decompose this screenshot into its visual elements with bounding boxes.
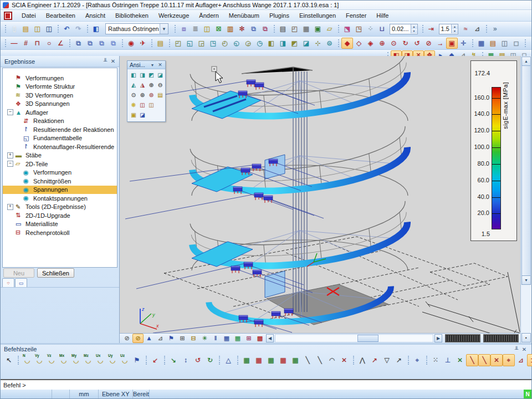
animation-bar-2[interactable] [483,334,519,342]
split-icon[interactable]: ◪ [300,38,312,49]
tree-3d-spannungen[interactable]: ❖ 3D Spannungen [3,100,117,109]
spinner-arrows[interactable]: ▲▼ [451,24,458,33]
trim-icon[interactable]: ⊜ [324,38,335,49]
menu-item[interactable]: Ansicht [80,11,110,20]
menu-item[interactable]: Einstellungen [294,11,341,20]
view-palette-header[interactable]: Ansi... ▼ ✕ [127,61,165,69]
picture-icon[interactable]: ◳ [353,23,365,34]
grid-view-icon[interactable]: ⊞ [243,334,254,343]
tree-expander[interactable]: − [7,109,13,115]
rotate-l-icon[interactable]: ↺ [192,354,204,366]
reaction-icon[interactable]: ↙ [149,354,161,366]
measure-icon[interactable]: ⊿ [155,334,166,343]
tree-2d-verformungen[interactable]: ◉ Verformungen [3,168,117,177]
table-def-icon[interactable]: ▦ [289,354,301,366]
snap-c-icon[interactable]: ✕ [490,354,503,366]
tree-knotenauflager[interactable]: ↾ Knotenauflager-Resultierende [3,142,117,151]
undo-icon[interactable]: ↶ [61,23,73,34]
rib-icon[interactable]: ◷ [254,38,265,49]
zoom-out-icon[interactable]: ⊖ [155,80,165,90]
close-button[interactable]: Schließen [37,268,74,278]
clip-active-icon[interactable]: ⊘ [132,334,144,343]
vscroll-up-icon[interactable]: ▲ [521,57,531,66]
clip-box-icon[interactable]: ▤ [155,90,165,100]
vscroll-down-icon[interactable]: ▼ [521,275,531,285]
engineering-report-icon[interactable]: ▤ [487,38,499,49]
eye-icon[interactable]: ◉ [125,38,137,49]
new-icon[interactable]: ▯ [8,23,20,34]
ortho-icon[interactable]: ⊥ [442,354,454,366]
load-case-icon[interactable]: ⊕ [376,38,388,49]
cut-icon[interactable]: ◧ [265,38,277,49]
project-settings-icon[interactable]: ⧈ [178,23,190,34]
menu-item[interactable]: Bearbeiten [41,11,80,20]
snap-mid-icon[interactable]: ⋀ [356,354,369,366]
monitor2-icon[interactable]: ⧉ [259,23,271,34]
tree-spannungen[interactable]: ◉ Spannungen [3,186,117,195]
snap-arc-icon[interactable]: ◠ [326,354,338,366]
open-icon[interactable]: ▤ [20,23,32,34]
menu-item[interactable]: Hilfe [371,11,393,20]
database-icon[interactable]: ◫ [201,23,213,34]
solver-icon[interactable]: ▣ [446,38,458,49]
monitor-icon[interactable]: ⧉ [248,23,259,34]
tree-2d-teile[interactable]: − ▱ 2D-Teile [3,160,117,168]
result-my-icon[interactable]: ◡My [70,354,82,366]
document-icon[interactable]: ▣ [312,23,324,34]
grid-snap-icon[interactable]: ⁙ [429,354,442,366]
tree-expander[interactable]: + [7,152,13,158]
axes-view-icon[interactable]: ✳ [199,334,210,343]
scia-logo-icon[interactable] [4,12,12,20]
table-sig-minus-icon[interactable]: ▦ [253,354,265,366]
vertical-scrollbar[interactable]: ▲ ▼ ▪ [520,56,531,343]
snap-line-icon[interactable]: ╲ [301,354,314,366]
intersect-icon[interactable]: ◩ [289,38,300,49]
snap-step-icon[interactable]: ⇥ [426,23,437,34]
vscroll-thumb[interactable] [521,65,531,276]
scrollbar-corner-button[interactable]: ▪ [521,333,531,342]
window-layout-icon[interactable]: ◧ [90,23,102,34]
hscroll-thumb[interactable] [357,335,378,342]
command-panel-header[interactable]: Befehlszeile ╨ ✕ [1,345,531,354]
cursor-snap-icon[interactable]: ⌖ [411,354,423,366]
horizontal-scrollbar[interactable] [275,334,433,342]
line-icon[interactable]: — [8,38,20,49]
command-input[interactable]: Befehl > [1,379,531,391]
layers-icon[interactable]: ≣ [190,23,201,34]
view-axo-icon[interactable]: ◪ [155,70,165,80]
export-icon[interactable]: ⊠ [213,23,224,34]
open-folder-icon[interactable]: ▤ [155,38,166,49]
table-results-icon[interactable]: ▦ [475,38,487,49]
table-mx-icon[interactable]: ▦ [277,354,289,366]
select-cursor-icon[interactable]: ↖ [3,354,15,366]
snap-line2-icon[interactable]: ╲ [314,354,326,366]
spinner-arrows[interactable]: ▲▼ [411,24,417,33]
tree-schnittgroessen[interactable]: ◉ Schnittgrößen [3,177,117,186]
menu-item[interactable]: Menübaum [224,11,264,20]
print-preview-icon[interactable]: ◰ [289,23,300,34]
column-icon[interactable]: ◲ [196,38,207,49]
animation-bar-1[interactable] [445,334,480,342]
spiral-level-3[interactable] [190,201,411,275]
rect-icon[interactable]: ⊓ [32,38,43,49]
results-panel-header[interactable]: Ergebnisse ╨ ✕ [1,56,119,67]
snap-b-icon[interactable]: ╲ [478,354,490,366]
snap-perp-icon[interactable]: ▽ [381,354,393,366]
close-icon[interactable]: ✕ [156,61,164,69]
hatch-icon[interactable]: # [20,38,32,49]
numbers-icon[interactable]: ⊿ [472,23,483,34]
overflow-icon[interactable]: » [489,23,501,34]
label-del-icon[interactable]: ⊟ [188,334,199,343]
result-flag-icon[interactable]: ⚑ [131,354,143,366]
scale-spinner[interactable]: 1.5 ▲▼ [439,24,458,34]
pin-icon[interactable]: ╨ [513,345,520,353]
snap-end-icon[interactable]: ↗ [369,354,381,366]
shell-icon[interactable]: ◶ [242,38,254,49]
doc17b-icon[interactable]: ◻ [510,38,522,49]
beam-icon[interactable]: ◳ [207,38,219,49]
tree-auflager[interactable]: − ▲ Auflager [3,108,117,117]
viewport-3d-scene[interactable]: z y x [120,56,520,333]
project-combobox[interactable]: Rathaus Östringen ▼ [105,23,168,34]
move-icon[interactable]: ⧉ [96,38,108,49]
new-button[interactable]: Neu [3,268,34,278]
